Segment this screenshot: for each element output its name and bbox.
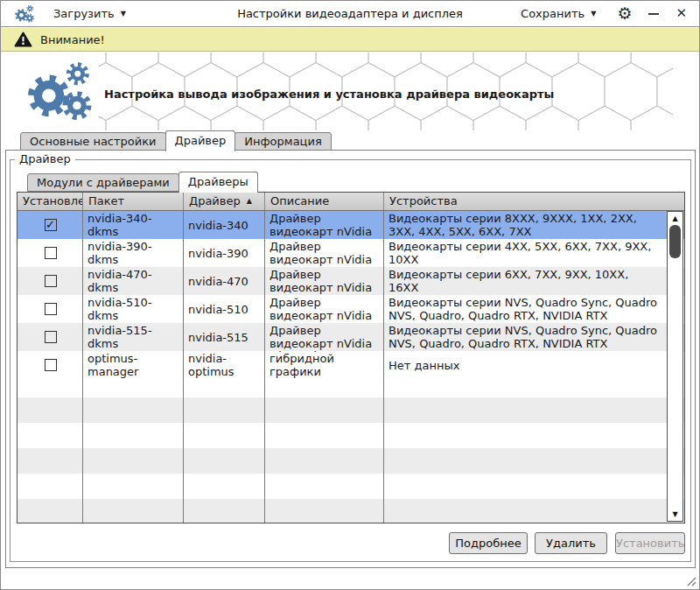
settings-gear-icon[interactable]: ⚙ <box>617 5 632 22</box>
save-menu-button[interactable]: Сохранить ▼ <box>515 4 601 23</box>
cell-devices: Видеокарты серии NVS, Quadro Sync, Quadr… <box>384 295 684 323</box>
warning-text: Внимание! <box>40 33 105 46</box>
column-divider <box>264 211 265 523</box>
cell-package: nvidia-340-dkms <box>83 211 184 239</box>
scroll-down-icon[interactable]: ▼ <box>668 509 682 520</box>
scrollbar-thumb[interactable] <box>669 225 681 258</box>
cell-driver: nvidia-340 <box>184 211 265 239</box>
column-header-installed[interactable]: Установлен <box>18 193 83 210</box>
chevron-down-icon: ▼ <box>121 11 126 18</box>
table-header: Установлен Пакет Драйвер ▲ Описание Устр… <box>18 193 684 211</box>
column-header-devices[interactable]: Устройства <box>384 193 684 210</box>
cell-driver: nvidia-390 <box>184 239 265 267</box>
hero-header: Настройка вывода изображения и установка… <box>1 53 699 130</box>
cell-package: nvidia-515-dkms <box>83 323 184 351</box>
column-divider <box>82 211 83 523</box>
table-row[interactable]: nvidia-510-dkms nvidia-510 Драйвер видео… <box>18 295 684 323</box>
hero-title: Настройка вывода изображения и установка… <box>104 88 554 101</box>
groupbox-label: Драйвер <box>15 152 75 165</box>
details-button[interactable]: Подробнее <box>449 532 528 554</box>
warning-icon <box>14 32 32 47</box>
cell-driver: nvidia-optimus <box>184 351 265 379</box>
column-divider <box>183 211 184 523</box>
vertical-scrollbar[interactable]: ▲ ▼ <box>667 211 683 522</box>
cell-devices: Видеокарты серии NVS, Quadro Sync, Quadr… <box>384 323 684 351</box>
cell-package: optimus-manager <box>83 351 184 379</box>
cell-devices: Видеокарты серии 6XX, 7XX, 9XX, 10XX, 16… <box>384 267 684 295</box>
cell-description: Драйвер видеокарт nVidia <box>265 295 384 323</box>
check-icon: ✓ <box>46 219 55 230</box>
empty-rows-area <box>18 397 684 523</box>
install-button[interactable]: Установить <box>615 532 685 554</box>
cell-package: nvidia-510-dkms <box>83 295 184 323</box>
table-body: ✓ nvidia-340-dkms nvidia-340 Драйвер вид… <box>18 211 684 523</box>
load-menu-label: Загрузить <box>53 7 115 20</box>
cell-devices: Видеокарты серии 8XXX, 9XXX, 1XX, 2XX, 3… <box>384 211 684 239</box>
drivers-table: Установлен Пакет Драйвер ▲ Описание Устр… <box>17 192 685 523</box>
cell-devices: Видеокарты серии 4XX, 5XX, 6XX, 7XX, 9XX… <box>384 239 684 267</box>
column-header-driver-label: Драйвер <box>189 193 241 210</box>
gears-illustration <box>20 58 99 126</box>
installed-checkbox[interactable] <box>45 359 57 371</box>
cell-description: Драйвер видеокарт nVidia <box>265 211 384 239</box>
titlebar-right-controls: Сохранить ▼ ⚙ ✕ <box>515 4 687 23</box>
driver-sub-tab-bar: Модули с драйверами Драйверы <box>27 171 257 192</box>
table-row[interactable]: ✓ nvidia-340-dkms nvidia-340 Драйвер вид… <box>18 211 684 239</box>
installed-checkbox[interactable] <box>45 331 57 343</box>
resize-grip[interactable] <box>686 576 696 586</box>
installed-checkbox[interactable] <box>45 275 57 287</box>
scroll-up-icon[interactable]: ▲ <box>668 213 682 224</box>
cell-description: Драйвер видеокарт nVidia <box>265 239 384 267</box>
column-header-package[interactable]: Пакет <box>83 193 184 210</box>
cell-driver: nvidia-515 <box>184 323 265 351</box>
installed-checkbox[interactable] <box>45 303 57 315</box>
load-menu-button[interactable]: Загрузить ▼ <box>48 4 131 23</box>
app-gears-icon <box>13 4 36 25</box>
remove-button[interactable]: Удалить <box>535 532 607 554</box>
tab-drivers[interactable]: Драйверы <box>178 172 258 193</box>
cell-description: Драйвер видеокарт nVidia <box>265 323 384 351</box>
minimize-button[interactable] <box>648 6 660 22</box>
cell-devices: Нет данных <box>384 351 684 379</box>
cell-description: Драйвер гибридной графики ноутбука <box>265 351 384 379</box>
cell-package: nvidia-390-dkms <box>83 239 184 267</box>
close-button[interactable]: ✕ <box>676 7 687 20</box>
cell-driver: nvidia-510 <box>184 295 265 323</box>
tab-information[interactable]: Информация <box>234 132 331 151</box>
table-row[interactable]: optimus-manager nvidia-optimus Драйвер г… <box>18 351 684 379</box>
warning-banner: Внимание! <box>1 28 699 52</box>
installed-checkbox[interactable]: ✓ <box>45 219 57 231</box>
table-row[interactable]: nvidia-515-dkms nvidia-515 Драйвер видео… <box>18 323 684 351</box>
cell-package: nvidia-470-dkms <box>83 267 184 295</box>
status-bar <box>1 569 699 589</box>
column-header-driver[interactable]: Драйвер ▲ <box>184 193 265 210</box>
driver-groupbox: Драйвер Модули с драйверами Драйверы Уст… <box>10 159 691 562</box>
table-row[interactable]: nvidia-390-dkms nvidia-390 Драйвер видео… <box>18 239 684 267</box>
title-bar: Загрузить ▼ Настройки видеоадаптера и ди… <box>1 1 699 27</box>
main-tab-bar: Основные настройки Драйвер Информация <box>1 130 699 151</box>
column-header-description[interactable]: Описание <box>265 193 384 210</box>
tab-main-settings[interactable]: Основные настройки <box>20 132 166 151</box>
app-window: Загрузить ▼ Настройки видеоадаптера и ди… <box>0 0 700 590</box>
cell-driver: nvidia-470 <box>184 267 265 295</box>
column-divider <box>383 211 384 523</box>
tab-driver[interactable]: Драйвер <box>165 130 236 151</box>
table-row[interactable]: nvidia-470-dkms nvidia-470 Драйвер видео… <box>18 267 684 295</box>
minimize-icon <box>648 13 659 16</box>
driver-tab-panel: Драйвер Модули с драйверами Драйверы Уст… <box>5 150 696 568</box>
save-menu-label: Сохранить <box>521 7 584 20</box>
chevron-down-icon: ▼ <box>591 11 596 18</box>
cell-description: Драйвер видеокарт nVidia <box>265 267 384 295</box>
tab-driver-modules[interactable]: Модули с драйверами <box>27 173 179 192</box>
installed-checkbox[interactable] <box>45 247 57 259</box>
sort-ascending-icon: ▲ <box>247 193 252 210</box>
